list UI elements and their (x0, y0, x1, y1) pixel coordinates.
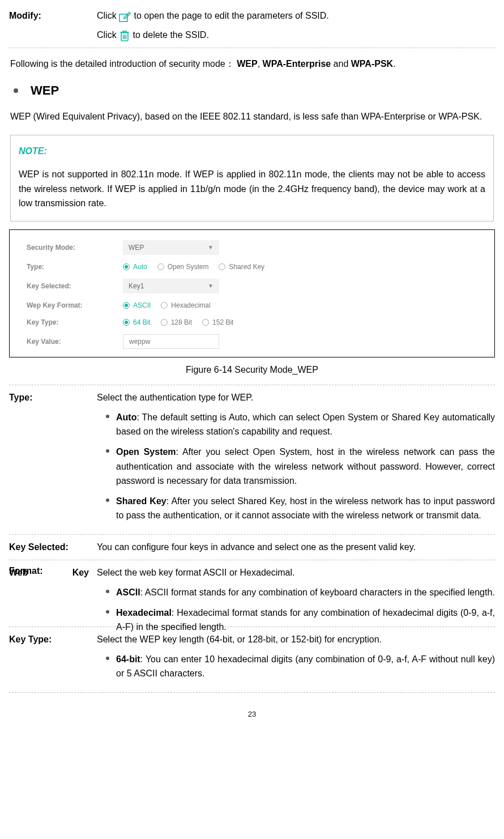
wkf-ascii-b: ASCII (116, 587, 140, 597)
figure-caption: Figure 6-14 Security Mode_WEP (9, 363, 495, 377)
modify-line2-post: to delete the SSID. (133, 30, 209, 40)
wep-paragraph: WEP (Wired Equivalent Privacy), based on… (10, 108, 494, 126)
key-value-text: weppw (129, 337, 150, 347)
key-type-intro: Select the WEP key length (64-bit, or 12… (97, 633, 495, 646)
intro-wep: WEP (237, 59, 257, 69)
modify-desc: Click to open the page to edit the param… (97, 9, 495, 42)
wep-heading: WEP (14, 81, 495, 100)
divider (9, 385, 495, 385)
web-key-format-term-line2: Format: (9, 564, 97, 578)
type-auto-radio[interactable]: Auto (123, 262, 147, 272)
key-selected-label: Key Selected: (27, 281, 123, 291)
edit-icon (119, 11, 134, 20)
type-intro: Select the authentication type for WEP. (97, 391, 495, 404)
bullet-dot-icon (14, 88, 18, 93)
intro-wpaent: WPA-Enterprise (263, 59, 331, 69)
format-hex-label: Hexadecimal (171, 300, 210, 310)
type-term: Type: (9, 391, 97, 404)
security-mode-dropdown[interactable]: WEP ▼ (123, 240, 219, 255)
intro-and: and (331, 59, 351, 69)
divider (9, 534, 495, 535)
list-item: Shared Key: After you select Shared Key,… (106, 494, 495, 523)
note-title: NOTE: (19, 144, 485, 158)
kt-64-b: 64-bit (116, 654, 140, 664)
type-auto-label: Auto (133, 262, 147, 272)
keytype-64-radio[interactable]: 64 Bit (123, 317, 151, 327)
list-item: Open System: After you select Open Syste… (106, 445, 495, 488)
key-type-term: Key Type: (9, 633, 97, 646)
intro-sep: , (258, 59, 263, 69)
modify-line1-pre: Click (97, 11, 119, 20)
intro-end: . (393, 59, 395, 69)
key-selected-value: Key1 (129, 281, 144, 291)
key-selected-term: Key Selected: (9, 540, 97, 554)
type-label: Type: (27, 262, 123, 272)
wkf-hex-t: : Hexadecimal format stands for any comb… (116, 608, 495, 632)
security-mode-label: Security Mode: (27, 242, 123, 253)
chevron-down-icon: ▼ (208, 243, 213, 252)
keytype-152-label: 152 Bit (212, 317, 233, 327)
type-shared-label: Shared Key (229, 262, 264, 272)
key-selected-row: Key Selected: You can configure four key… (9, 537, 495, 557)
intro-line: Following is the detailed introduction o… (10, 57, 494, 71)
modify-line1-post: to open the page to edit the parameters … (134, 11, 329, 20)
security-mode-value: WEP (129, 242, 144, 253)
format-hex-radio[interactable]: Hexadecimal (161, 300, 210, 310)
divider (9, 560, 495, 560)
key-value-label: Key Value: (27, 337, 123, 347)
key-value-input[interactable]: weppw (123, 334, 219, 349)
divider (9, 48, 495, 48)
type-row: Type: Select the authentication type for… (9, 387, 495, 532)
wkf-ascii-t: : ASCII format stands for any combinatio… (140, 587, 495, 597)
type-shared-b: Shared Key (116, 496, 166, 506)
wep-heading-text: WEP (31, 81, 59, 100)
type-auto-b: Auto (116, 412, 136, 422)
web-key-format-intro: Select the web key format ASCII or Hexad… (97, 566, 495, 580)
key-type-label: Key Type: (27, 317, 123, 327)
format-ascii-radio[interactable]: ASCII (123, 300, 151, 310)
wkf-hex-b: Hexadecimal (116, 608, 172, 617)
keytype-128-radio[interactable]: 128 Bit (161, 317, 192, 327)
type-open-radio[interactable]: Open System (157, 262, 209, 272)
intro-wpapsk: WPA-PSK (351, 59, 393, 69)
type-open-label: Open System (168, 262, 209, 272)
trash-icon (119, 30, 133, 40)
type-shared-t: : After you select Shared Key, host in t… (116, 496, 495, 521)
keytype-64-label: 64 Bit (133, 317, 151, 327)
wep-key-format-label: Wep Key Format: (27, 300, 123, 310)
kt-64-t: : You can enter 10 hexadecimal digits (a… (116, 654, 495, 679)
keytype-128-label: 128 Bit (171, 317, 192, 327)
list-item: Hexadecimal: Hexadecimal format stands f… (106, 606, 495, 634)
modify-row: Modify: Click to open the page to edit t… (9, 6, 495, 45)
note-body: WEP is not supported in 802.11n mode. If… (19, 167, 485, 211)
config-panel: Security Mode: WEP ▼ Type: Auto Open Sys… (9, 229, 495, 357)
list-item: ASCII: ASCII format stands for any combi… (106, 585, 495, 600)
type-shared-radio[interactable]: Shared Key (219, 262, 264, 272)
type-open-b: Open System (116, 447, 176, 457)
list-item: 64-bit: You can enter 10 hexadecimal dig… (106, 652, 495, 681)
chevron-down-icon: ▼ (208, 282, 213, 290)
intro-pre: Following is the detailed introduction o… (10, 59, 234, 69)
key-selected-dropdown[interactable]: Key1 ▼ (123, 279, 219, 293)
modify-line2-pre: Click (97, 30, 119, 40)
key-type-row: Key Type: Select the WEP key length (64-… (9, 629, 495, 690)
divider (9, 692, 495, 693)
key-selected-desc: You can configure four keys in advance a… (97, 540, 495, 554)
page-number: 23 (9, 709, 495, 720)
list-item: Auto: The default setting is Auto, which… (106, 410, 495, 439)
format-ascii-label: ASCII (133, 300, 151, 310)
modify-term: Modify: (9, 9, 97, 23)
note-box: NOTE: WEP is not supported in 802.11n mo… (10, 135, 494, 222)
type-auto-t: : The default setting is Auto, which can… (116, 412, 495, 437)
keytype-152-radio[interactable]: 152 Bit (202, 317, 233, 327)
